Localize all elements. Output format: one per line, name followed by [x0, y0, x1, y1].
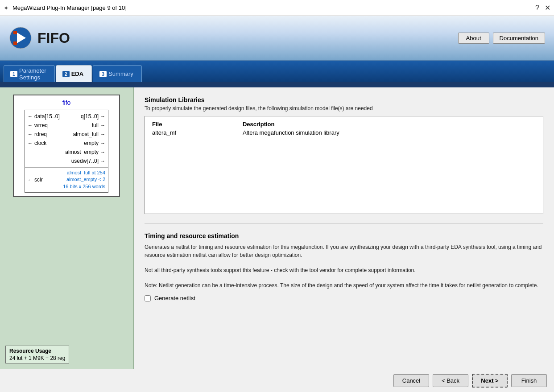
arrow-full-right: → — [100, 122, 105, 129]
port-almost-full: almost_full — [73, 130, 99, 138]
sim-libraries-title: Simulation Libraries — [145, 96, 543, 103]
svg-rect-2 — [13, 31, 17, 34]
tab-summary[interactable]: 3 Summary — [93, 65, 142, 82]
generate-netlist-checkbox[interactable] — [145, 295, 151, 301]
port-sclr: sclr — [34, 176, 43, 184]
sim-libraries-section: Simulation Libraries To properly simulat… — [145, 96, 543, 214]
resource-usage-value: 24 lut + 1 M9K + 28 reg — [9, 355, 65, 361]
svg-rect-3 — [13, 41, 17, 45]
logo-area: FIFO — [9, 26, 70, 50]
tab-num-1: 1 — [10, 71, 17, 77]
titlebar-title-area: ✦ MegaWizard Plug-In Manager [page 9 of … — [4, 4, 127, 12]
help-button[interactable]: ? — [535, 4, 539, 12]
app-icon: ✦ — [4, 4, 9, 12]
arrow-clock-left: ← — [28, 140, 33, 147]
timing-para1: Generates a netlist for timing and resou… — [145, 243, 543, 259]
port-wrreq: wrreq — [34, 121, 48, 129]
lib-desc-cell: Altera megafunction simulation library — [239, 128, 539, 137]
close-button[interactable]: ✕ — [545, 4, 550, 12]
fifo-row-wrreq: ← wrreq full → — [25, 121, 108, 130]
port-almost-empty: almost_empty — [65, 148, 99, 156]
tab-num-3: 3 — [99, 71, 107, 77]
arrow-almost-full-right: → — [100, 131, 105, 138]
tabs-bar: 1 ParameterSettings 2 EDA 3 Summary — [0, 61, 554, 82]
arrow-usedw-right: → — [100, 157, 105, 165]
fifo-row-data: ← data[15..0] q[15..0] → — [25, 112, 108, 121]
arrow-rdreq-left: ← — [28, 131, 33, 138]
fifo-row-almost-empty: almost_empty → — [25, 148, 108, 157]
port-data: data[15..0] — [34, 112, 60, 120]
resource-usage-title: Resource Usage — [9, 348, 65, 354]
header: FIFO About Documentation — [0, 16, 554, 61]
main-area: fifo ← data[15..0] q[15..0] → ← — [0, 87, 554, 369]
back-button[interactable]: < Back — [433, 374, 468, 387]
blue-separator — [0, 82, 554, 87]
arrow-sclr-left: ← — [28, 176, 33, 184]
port-full: full — [92, 121, 99, 129]
tab-parameter-settings[interactable]: 1 ParameterSettings — [4, 65, 55, 82]
horizontal-separator — [145, 223, 543, 223]
sim-libraries-table: File Description altera_mfAltera megafun… — [149, 120, 539, 137]
timing-section: Timing and resource estimation Generates… — [145, 232, 543, 301]
cancel-button[interactable]: Cancel — [393, 374, 429, 387]
next-button[interactable]: Next > — [472, 374, 508, 388]
header-title: FIFO — [37, 30, 70, 46]
fifo-row-rdreq: ← rdreq almost_full → — [25, 130, 108, 139]
finish-button[interactable]: Finish — [511, 374, 547, 387]
bottom-bar: Cancel < Back Next > Finish — [0, 369, 554, 392]
col-header-desc: Description — [239, 120, 539, 128]
sim-libraries-desc: To properly simulate the generated desig… — [145, 104, 543, 112]
fifo-annotations: almost_full at 254 almost_empty < 2 16 b… — [63, 169, 105, 190]
annotation-almost-empty: almost_empty < 2 — [66, 177, 105, 182]
left-panel: fifo ← data[15..0] q[15..0] → ← — [0, 87, 134, 369]
tab-num-2: 2 — [62, 71, 70, 77]
arrow-q-right: → — [100, 113, 105, 120]
port-rdreq: rdreq — [34, 130, 47, 138]
about-button[interactable]: About — [458, 33, 489, 44]
titlebar: ✦ MegaWizard Plug-In Manager [page 9 of … — [0, 0, 554, 16]
port-empty: empty — [84, 139, 99, 147]
port-q: q[15..0] — [81, 112, 99, 120]
lib-table-row: altera_mfAltera megafunction simulation … — [149, 128, 539, 137]
tab-label-3: Summary — [108, 70, 133, 77]
documentation-button[interactable]: Documentation — [493, 33, 545, 44]
timing-title: Timing and resource estimation — [145, 232, 543, 239]
titlebar-controls: ? ✕ — [535, 4, 550, 12]
fifo-logo-icon — [9, 26, 32, 50]
port-usedw: usedw[7..0] — [71, 157, 99, 165]
tab-label-1: ParameterSettings — [19, 67, 46, 81]
window-title: MegaWizard Plug-In Manager [page 9 of 10… — [12, 4, 127, 11]
generate-netlist-row: Generate netlist — [145, 295, 543, 301]
fifo-diagram-title: fifo — [16, 99, 117, 106]
header-buttons: About Documentation — [458, 33, 545, 44]
col-header-file: File — [149, 120, 239, 128]
arrow-empty-right: → — [100, 140, 105, 147]
fifo-inner-block: ← data[15..0] q[15..0] → ← wrreq full — [25, 110, 108, 193]
fifo-diagram: fifo ← data[15..0] q[15..0] → ← — [13, 95, 120, 197]
timing-para3: Note: Netlist generation can be a time-i… — [145, 281, 543, 289]
arrow-almost-empty-right: → — [100, 149, 105, 156]
fifo-row-clock: ← clock empty → — [25, 139, 108, 148]
fifo-row-usedw: usedw[7..0] → — [25, 157, 108, 165]
annotation-almost-full: almost_full at 254 — [67, 170, 105, 175]
tab-eda[interactable]: 2 EDA — [56, 65, 92, 82]
timing-para2: Not all third-party synthesis tools supp… — [145, 266, 543, 274]
arrow-data-left: ← — [28, 113, 33, 120]
tab-label-2: EDA — [71, 70, 83, 77]
right-panel: Simulation Libraries To properly simulat… — [134, 87, 554, 369]
generate-netlist-label[interactable]: Generate netlist — [154, 295, 195, 301]
lib-file-cell: altera_mf — [149, 128, 239, 137]
port-clock: clock — [34, 139, 46, 147]
fifo-row-sclr: ← sclr almost_full at 254 almost_empty <… — [25, 167, 108, 190]
arrow-wrreq-left: ← — [28, 122, 33, 129]
resource-usage-box: Resource Usage 24 lut + 1 M9K + 28 reg — [5, 346, 69, 363]
sim-libraries-table-container: File Description altera_mfAltera megafun… — [145, 116, 543, 214]
annotation-size: 16 bits x 256 words — [63, 184, 105, 189]
